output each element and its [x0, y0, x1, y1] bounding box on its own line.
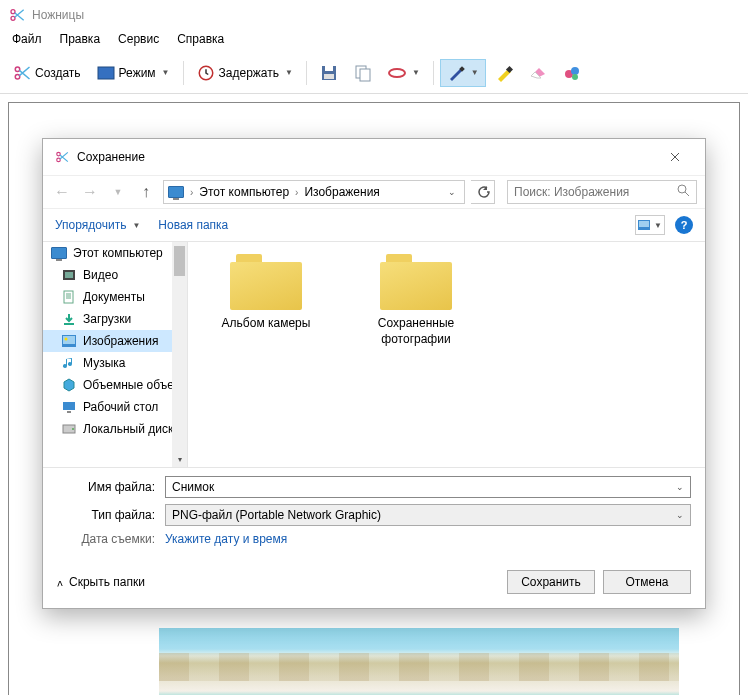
- save-button[interactable]: [313, 59, 345, 87]
- new-snip-label: Создать: [35, 66, 81, 80]
- tree-this-pc[interactable]: Этот компьютер: [43, 242, 187, 264]
- breadcrumb-root[interactable]: Этот компьютер: [199, 185, 289, 199]
- svg-point-15: [571, 67, 579, 75]
- scroll-down-icon[interactable]: ▾: [172, 452, 187, 467]
- navbar: ← → ▼ ↑ › Этот компьютер › Изображения ⌄: [43, 175, 705, 209]
- delay-label: Задержать: [219, 66, 279, 80]
- filetype-select[interactable]: PNG-файл (Portable Network Graphic) ⌄: [165, 504, 691, 526]
- highlighter-button[interactable]: [488, 59, 520, 87]
- file-pane: Альбом камеры Сохраненные фотографии: [188, 242, 705, 467]
- pen-button[interactable]: ▼: [440, 59, 486, 87]
- scissors-icon: [13, 64, 31, 82]
- tree-videos[interactable]: Видео: [43, 264, 187, 286]
- folder-tree: Этот компьютер Видео Документы Загрузки …: [43, 242, 188, 467]
- folder-item[interactable]: Сохраненные фотографии: [356, 254, 476, 347]
- svg-rect-30: [67, 411, 71, 413]
- close-button[interactable]: [655, 147, 695, 167]
- mode-button[interactable]: Режим ▼: [90, 59, 177, 87]
- separator: [183, 61, 184, 85]
- tree-localdisk[interactable]: Локальный диск: [43, 418, 187, 440]
- up-button[interactable]: ↑: [135, 181, 157, 203]
- chevron-down-icon: ▼: [471, 68, 479, 77]
- chevron-down-icon[interactable]: ⌄: [676, 482, 684, 492]
- view-mode-button[interactable]: ▼: [635, 215, 665, 235]
- dialog-footer: ʌ Скрыть папки Сохранить Отмена: [43, 558, 705, 608]
- close-icon: [670, 152, 680, 162]
- breadcrumb-current[interactable]: Изображения: [304, 185, 379, 199]
- chevron-up-icon: ʌ: [57, 577, 63, 588]
- delay-button[interactable]: Задержать ▼: [190, 59, 300, 87]
- forward-button[interactable]: →: [79, 181, 101, 203]
- back-button[interactable]: ←: [51, 181, 73, 203]
- paint3d-button[interactable]: [556, 59, 588, 87]
- new-snip-button[interactable]: Создать: [6, 59, 88, 87]
- date-link[interactable]: Укажите дату и время: [165, 532, 287, 546]
- svg-point-32: [72, 428, 74, 430]
- search-icon: [677, 184, 690, 200]
- mode-label: Режим: [119, 66, 156, 80]
- picture-icon: [638, 220, 650, 230]
- copy-icon: [354, 64, 372, 82]
- eraser-icon: [529, 64, 547, 82]
- svg-rect-10: [360, 69, 370, 81]
- menu-edit[interactable]: Правка: [60, 32, 101, 46]
- recent-dropdown[interactable]: ▼: [107, 181, 129, 203]
- menu-file[interactable]: Файл: [12, 32, 42, 46]
- chevron-down-icon[interactable]: ⌄: [676, 510, 684, 520]
- refresh-button[interactable]: [471, 180, 495, 204]
- separator: [433, 61, 434, 85]
- search-box[interactable]: [507, 180, 697, 204]
- chevron-down-icon: ▼: [654, 221, 662, 230]
- folder-icon: [380, 254, 452, 310]
- menubar: Файл Правка Сервис Справка: [0, 30, 748, 52]
- filename-input[interactable]: Снимок ⌄: [165, 476, 691, 498]
- chevron-right-icon: ›: [188, 187, 195, 198]
- address-dropdown[interactable]: ⌄: [444, 187, 460, 197]
- documents-icon: [61, 289, 77, 305]
- folder-icon: [230, 254, 302, 310]
- svg-rect-8: [324, 74, 334, 79]
- highlighter-icon: [495, 64, 513, 82]
- folder-item[interactable]: Альбом камеры: [206, 254, 326, 332]
- eraser-button[interactable]: [522, 59, 554, 87]
- music-icon: [61, 355, 77, 371]
- search-input[interactable]: [514, 185, 677, 199]
- tree-3dobjects[interactable]: Объемные объекты: [43, 374, 187, 396]
- new-folder-button[interactable]: Новая папка: [158, 218, 228, 232]
- svg-rect-29: [63, 402, 75, 410]
- tree-downloads[interactable]: Загрузки: [43, 308, 187, 330]
- menu-help[interactable]: Справка: [177, 32, 224, 46]
- copy-button[interactable]: [347, 59, 379, 87]
- cube-icon: [61, 377, 77, 393]
- send-button[interactable]: ▼: [381, 59, 427, 87]
- folder-label: Альбом камеры: [206, 316, 326, 332]
- svg-point-19: [678, 185, 686, 193]
- svg-point-11: [389, 69, 405, 77]
- cancel-button[interactable]: Отмена: [603, 570, 691, 594]
- svg-point-28: [65, 338, 68, 341]
- refresh-icon: [476, 185, 490, 199]
- clock-icon: [197, 64, 215, 82]
- svg-point-16: [572, 74, 578, 80]
- scroll-thumb[interactable]: [174, 246, 185, 276]
- chevron-right-icon: ›: [293, 187, 300, 198]
- tree-documents[interactable]: Документы: [43, 286, 187, 308]
- svg-rect-27: [63, 336, 75, 344]
- app-title: Ножницы: [32, 8, 84, 22]
- hide-folders-button[interactable]: ʌ Скрыть папки: [57, 575, 145, 589]
- save-dialog: Сохранение ← → ▼ ↑ › Этот компьютер › Из…: [42, 138, 706, 609]
- help-button[interactable]: ?: [675, 216, 693, 234]
- tree-pictures[interactable]: Изображения: [43, 330, 187, 352]
- organize-button[interactable]: Упорядочить ▼: [55, 218, 140, 232]
- menu-service[interactable]: Сервис: [118, 32, 159, 46]
- address-bar[interactable]: › Этот компьютер › Изображения ⌄: [163, 180, 465, 204]
- svg-rect-24: [64, 291, 73, 303]
- tree-desktop[interactable]: Рабочий стол: [43, 396, 187, 418]
- tree-scrollbar[interactable]: ▴ ▾: [172, 242, 187, 467]
- filetype-label: Тип файла:: [57, 508, 165, 522]
- dialog-title: Сохранение: [77, 150, 649, 164]
- dialog-titlebar: Сохранение: [43, 139, 705, 175]
- downloads-icon: [61, 311, 77, 327]
- tree-music[interactable]: Музыка: [43, 352, 187, 374]
- save-button[interactable]: Сохранить: [507, 570, 595, 594]
